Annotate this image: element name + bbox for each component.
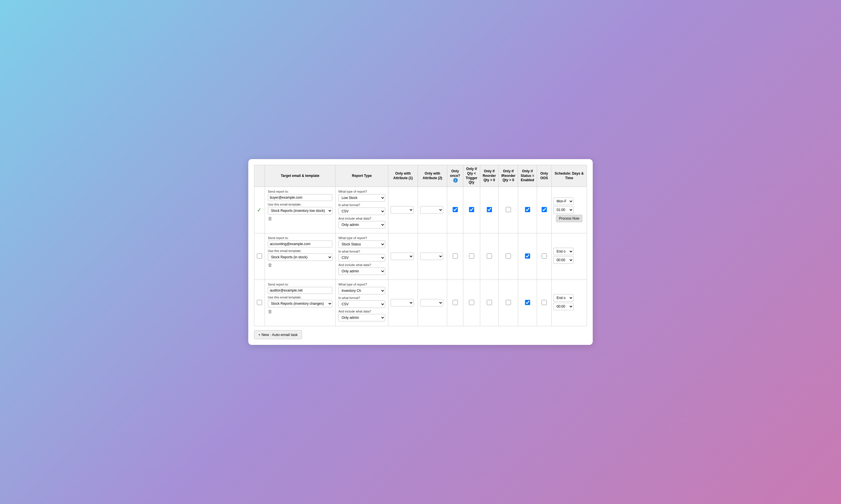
schedule-time-select[interactable]: 00:00: [553, 256, 573, 264]
what-type-label: What type of report?: [339, 283, 385, 286]
only-oos-check[interactable]: [542, 300, 547, 305]
header-only-status: Only if Status = Enabled: [518, 165, 537, 187]
attr1-cell: [388, 187, 418, 233]
main-container: Target email & template Report Type Only…: [248, 159, 593, 345]
attr1-cell: [388, 280, 418, 326]
include-data-select[interactable]: Only admin: [339, 314, 385, 321]
only-oos-check-cell: [537, 280, 551, 326]
only-reorder-check[interactable]: [487, 207, 492, 212]
row-checkbox[interactable]: [257, 300, 262, 305]
template-select[interactable]: Stock Reports (in stock): [268, 253, 332, 261]
header-attr1: Only with Attribute (1): [388, 165, 418, 187]
process-now-button[interactable]: Process Now: [556, 215, 583, 222]
header-only-oos: Only OOS: [537, 165, 551, 187]
attr1-select[interactable]: [391, 299, 414, 306]
row-selector-cell: [254, 233, 265, 280]
email-tasks-table: Target email & template Report Type Only…: [254, 165, 587, 326]
only-status-check[interactable]: [525, 300, 530, 305]
row-checked-icon: ✓: [257, 207, 262, 213]
report-type-select[interactable]: Low Stock: [339, 194, 385, 201]
only-status-check[interactable]: [525, 253, 530, 258]
attr2-select[interactable]: [420, 299, 443, 306]
send-report-label: Send report to:: [268, 190, 332, 193]
include-data-label: And include what data?: [339, 263, 385, 267]
header-schedule: Schedule: Days & Time: [551, 165, 587, 187]
table-body: ✓ Send report to: Use this email templat…: [254, 187, 587, 326]
row-selector-cell: ✓: [254, 187, 265, 233]
schedule-day-select[interactable]: End o: [553, 248, 573, 255]
report-type-cell: What type of report? Low Stock In what f…: [335, 187, 388, 233]
header-report-type: Report Type: [335, 165, 388, 187]
attr1-select[interactable]: [391, 253, 414, 260]
row-checkbox[interactable]: [257, 253, 262, 258]
email-input[interactable]: [268, 194, 332, 201]
table-row: Send report to: Use this email template:…: [254, 233, 587, 280]
format-select[interactable]: CSV: [339, 254, 385, 262]
include-data-label: And include what data?: [339, 217, 385, 220]
schedule-time-select[interactable]: 01:00: [553, 206, 573, 214]
attr2-select[interactable]: [420, 206, 443, 214]
report-type-cell: What type of report? Stock Status In wha…: [335, 233, 388, 280]
attr2-cell: [418, 187, 447, 233]
schedule-day-select[interactable]: End o: [553, 294, 573, 302]
only-status-check-cell: [518, 233, 537, 280]
attr1-select[interactable]: [391, 206, 414, 214]
only-qty-check[interactable]: [469, 207, 474, 212]
delete-row-icon[interactable]: 🗑: [268, 309, 332, 314]
format-label: In what format?: [339, 203, 385, 207]
only-reorder-check-cell: [480, 187, 499, 233]
schedule-cell: Mon-F 01:00 Process Now: [551, 187, 587, 233]
attr2-select[interactable]: [420, 253, 443, 260]
report-type-select[interactable]: Inventory Ch: [339, 287, 385, 294]
only-qty-check-cell: [463, 233, 480, 280]
delete-row-icon[interactable]: 🗑: [268, 216, 332, 221]
what-type-label: What type of report?: [339, 190, 385, 193]
send-report-label: Send report to:: [268, 283, 332, 286]
only-ireorder-check-cell: [499, 280, 518, 326]
only-oos-check[interactable]: [542, 253, 547, 258]
only-ireorder-check-cell: [499, 233, 518, 280]
new-task-button[interactable]: + New : Auto-email task: [254, 330, 302, 339]
format-select[interactable]: CSV: [339, 301, 385, 308]
only-ireorder-check[interactable]: [506, 207, 511, 212]
only-qty-check[interactable]: [469, 253, 474, 258]
only-status-check[interactable]: [525, 207, 530, 212]
only-reorder-check-cell: [480, 233, 499, 280]
schedule-time-select[interactable]: 00:00: [553, 303, 573, 310]
template-label: Use this email template:: [268, 295, 332, 299]
only-status-check-cell: [518, 187, 537, 233]
table-row: Send report to: Use this email template:…: [254, 280, 587, 326]
template-select[interactable]: Stock Reports (inventory changes): [268, 300, 332, 307]
only-qty-check-cell: [463, 187, 480, 233]
only-ireorder-check-cell: [499, 187, 518, 233]
only-reorder-check[interactable]: [487, 253, 492, 258]
row-selector-cell: [254, 280, 265, 326]
only-once-check[interactable]: [453, 300, 458, 305]
report-type-select[interactable]: Stock Status: [339, 240, 385, 248]
only-once-check-cell: [447, 187, 463, 233]
include-data-select[interactable]: Only admin: [339, 268, 385, 275]
report-type-cell: What type of report? Inventory Ch In wha…: [335, 280, 388, 326]
email-input[interactable]: [268, 240, 332, 247]
only-reorder-check[interactable]: [487, 300, 492, 305]
only-oos-check[interactable]: [542, 207, 547, 212]
only-ireorder-check[interactable]: [506, 253, 511, 258]
only-once-check[interactable]: [453, 253, 458, 258]
format-label: In what format?: [339, 296, 385, 300]
schedule-day-select[interactable]: Mon-F: [553, 198, 573, 205]
template-label: Use this email template:: [268, 203, 332, 206]
info-icon[interactable]: i: [453, 178, 458, 183]
only-oos-check-cell: [537, 187, 551, 233]
header-target: Target email & template: [265, 165, 335, 187]
delete-row-icon[interactable]: 🗑: [268, 263, 332, 268]
schedule-cell: End o 00:00: [551, 233, 587, 280]
email-input[interactable]: [268, 287, 332, 294]
format-select[interactable]: CSV: [339, 208, 385, 215]
only-once-check[interactable]: [453, 207, 458, 212]
only-ireorder-check[interactable]: [506, 300, 511, 305]
only-qty-check[interactable]: [469, 300, 474, 305]
include-data-select[interactable]: Only admin: [339, 221, 385, 229]
send-report-label: Send report to:: [268, 236, 332, 240]
template-select[interactable]: Stock Reports (inventory low stock): [268, 207, 332, 214]
attr2-cell: [418, 233, 447, 280]
